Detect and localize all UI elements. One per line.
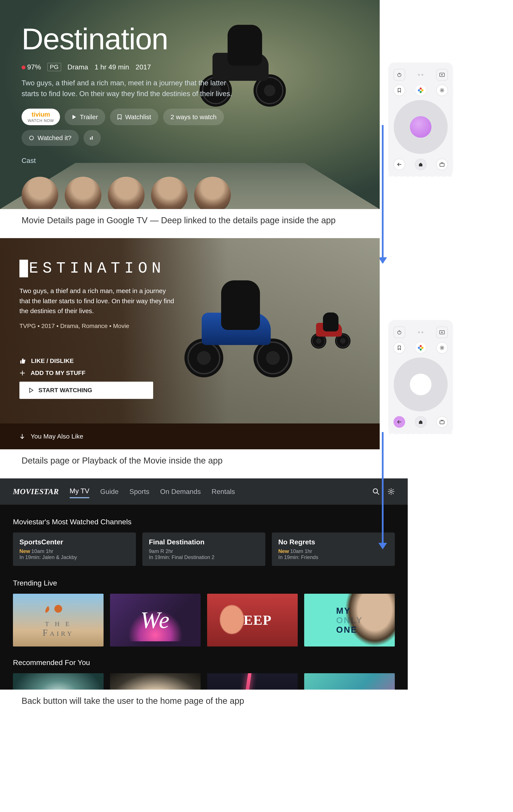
channel-card[interactable]: SportsCenter New10am 1hr In 19min: Jalen… <box>13 532 136 566</box>
metadata-year: 2017 <box>136 63 151 71</box>
svg-point-4 <box>441 90 443 91</box>
remote-control-1 <box>388 62 453 176</box>
tab-my-tv[interactable]: My TV <box>70 485 89 498</box>
app-movie-metadata: TVPG • 2017 • Drama, Romance • Movie <box>20 323 175 329</box>
start-watching-button[interactable]: START WATCHING <box>20 382 153 399</box>
settings-icon[interactable] <box>387 488 395 495</box>
input-icon <box>439 330 445 335</box>
remote-dpad[interactable] <box>394 100 448 154</box>
channel-card[interactable]: No Regrets New10am 1hr In 19min: Friends <box>272 532 395 566</box>
remote-power-button[interactable] <box>394 69 405 81</box>
remote-tv-button[interactable] <box>436 416 448 428</box>
circle-icon <box>29 135 34 141</box>
tile-deep[interactable]: DEEP <box>207 594 298 646</box>
tile-journey[interactable]: JOURNEY <box>13 673 104 690</box>
svg-point-0 <box>30 136 33 140</box>
tab-guide[interactable]: Guide <box>100 486 118 498</box>
assistant-icon <box>418 87 424 93</box>
channel-subline-2: In 19min: Jalen & Jackby <box>20 554 130 560</box>
remote-assistant-button[interactable] <box>415 85 426 96</box>
power-icon <box>397 330 402 335</box>
app-home-screen: MOVIESTAR My TV Guide Sports On Demands … <box>0 478 408 690</box>
watchlist-button[interactable]: Watchlist <box>110 109 159 125</box>
play-icon <box>72 115 76 119</box>
remote-input-button[interactable] <box>436 69 448 81</box>
cast-avatar[interactable] <box>22 177 58 209</box>
hero-sportbike <box>182 285 294 377</box>
cast-avatar[interactable] <box>151 177 188 209</box>
remote-dpad[interactable] <box>394 357 448 411</box>
cast-avatar[interactable] <box>108 177 144 209</box>
remote-select-button[interactable] <box>410 116 431 138</box>
remote-power-button[interactable] <box>394 326 405 338</box>
trailer-button[interactable]: Trailer <box>65 109 105 125</box>
more-actions-button[interactable] <box>83 130 101 146</box>
watched-it-button[interactable]: Watched it? <box>22 130 79 146</box>
channel-subline-1: New10am 1hr <box>20 548 130 554</box>
tile-tumble-dry[interactable]: TUMBLEDRY <box>304 673 395 690</box>
remote-home-button[interactable] <box>415 416 427 428</box>
back-arrow-icon <box>397 163 402 166</box>
tab-sports[interactable]: Sports <box>130 486 149 498</box>
remote-settings-button[interactable] <box>436 342 448 354</box>
tomato-icon <box>22 65 25 69</box>
tile-we[interactable]: We <box>110 594 200 646</box>
hero-sportbike-2 <box>309 314 352 349</box>
ways-to-watch-button[interactable]: 2 ways to watch <box>163 109 224 125</box>
remote-home-button[interactable] <box>415 158 427 170</box>
svg-line-12 <box>377 493 379 495</box>
remote-back-button[interactable] <box>394 416 405 428</box>
gear-icon <box>440 345 444 350</box>
remote-tv-button[interactable] <box>436 158 448 170</box>
remote-assistant-button[interactable] <box>415 342 426 353</box>
bookmark-icon <box>398 88 401 92</box>
watch-now-button[interactable]: tivium WATCH NOW <box>22 109 60 125</box>
tile-my-only-one[interactable]: MYONLYONE <box>304 594 395 646</box>
remote-bookmark-button[interactable] <box>394 85 405 96</box>
like-dislike-button[interactable]: LIKE / DISLIKE <box>20 357 175 365</box>
add-to-stuff-button[interactable]: ADD TO MY STUFF <box>20 370 175 376</box>
metadata-runtime: 1 hr 49 min <box>95 63 129 71</box>
gear-icon <box>440 88 444 93</box>
tile-fairy[interactable]: T H EFAIRY <box>13 594 104 646</box>
svg-rect-10 <box>440 421 444 424</box>
app-movie-description: Two guys, a thief and a rich man, meet i… <box>20 286 175 316</box>
cast-avatar[interactable] <box>65 177 101 209</box>
tile-source[interactable]: THE SOURCE <box>207 673 298 690</box>
svg-point-13 <box>390 491 392 493</box>
channel-title: Final Destination <box>149 538 259 546</box>
app-movie-title: DESTINATION <box>20 260 175 277</box>
channel-title: SportsCenter <box>20 538 130 546</box>
home-nav: MOVIESTAR My TV Guide Sports On Demands … <box>0 478 408 505</box>
remote-select-button[interactable] <box>410 374 431 395</box>
input-icon <box>439 72 445 77</box>
caption-3: Back button will take the user to the ho… <box>0 690 408 719</box>
movie-description: Two guys, a thief and a rich man, meet i… <box>22 78 237 99</box>
remote-settings-button[interactable] <box>436 85 448 96</box>
tv-icon <box>439 419 444 424</box>
flow-arrow-1 <box>382 125 383 263</box>
tab-on-demands[interactable]: On Demands <box>160 486 201 498</box>
app-details-screen: DESTINATION Two guys, a thief and a rich… <box>0 238 380 449</box>
tab-rentals[interactable]: Rentals <box>212 486 235 498</box>
home-icon <box>418 162 423 167</box>
search-icon[interactable] <box>372 488 380 495</box>
cast-avatar[interactable] <box>194 177 231 209</box>
svg-rect-5 <box>440 163 444 166</box>
cast-label: Cast <box>22 157 259 165</box>
google-tv-details-screen: Destination 97% PG Drama 1 hr 49 min 201… <box>0 0 380 209</box>
you-may-also-like-row[interactable]: You May Also Like <box>0 424 380 449</box>
tile-comedian[interactable]: THE COMEDIAN <box>110 673 200 690</box>
remote-back-button[interactable] <box>394 158 405 170</box>
metadata-score: 97% <box>27 63 41 71</box>
section-trending: Trending Live <box>13 579 395 587</box>
caption-1: Movie Details page in Google TV — Deep l… <box>0 209 380 238</box>
section-most-watched: Moviestar's Most Watched Channels <box>13 518 395 526</box>
remote-input-button[interactable] <box>436 326 448 338</box>
bookmark-icon <box>117 114 122 120</box>
remote-bookmark-button[interactable] <box>394 342 405 354</box>
play-icon <box>29 388 34 393</box>
back-arrow-icon <box>397 420 402 424</box>
channel-card[interactable]: Final Destination 9am R 2hr In 19min: Fi… <box>142 532 265 566</box>
thumbs-up-icon <box>20 358 26 364</box>
